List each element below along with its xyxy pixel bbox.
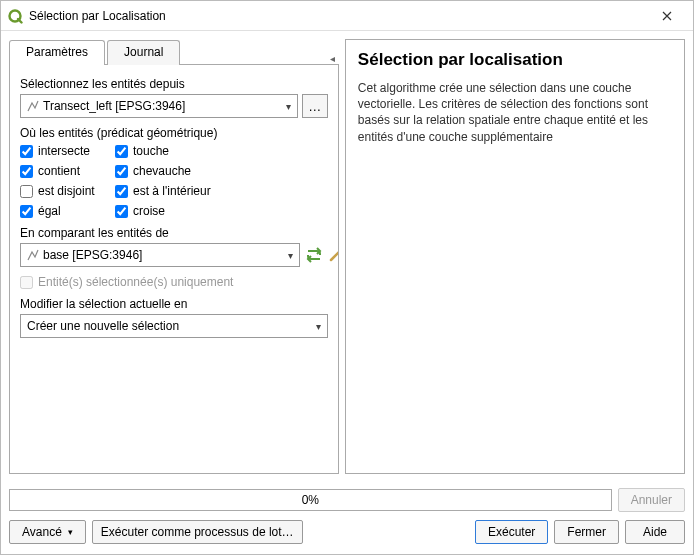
help-title: Sélection par localisation (358, 50, 672, 70)
advanced-button[interactable]: Avancé ▾ (9, 520, 86, 544)
cancel-button[interactable]: Annuler (618, 488, 685, 512)
modify-label: Modifier la sélection actuelle en (20, 297, 328, 311)
chevron-down-icon: ▾ (316, 321, 321, 332)
window-title: Sélection par Localisation (29, 9, 647, 23)
line-layer-icon (27, 249, 39, 261)
checkbox-disjoint[interactable]: est disjoint (20, 184, 115, 198)
help-button[interactable]: Aide (625, 520, 685, 544)
run-button[interactable]: Exécuter (475, 520, 548, 544)
titlebar: Sélection par Localisation (1, 1, 693, 31)
predicates-label: Où les entités (prédicat géométrique) (20, 126, 328, 140)
help-panel: Sélection par localisation Cet algorithm… (345, 39, 685, 474)
close-button[interactable]: Fermer (554, 520, 619, 544)
select-from-label: Sélectionnez les entités depuis (20, 77, 328, 91)
checkbox-touches[interactable]: touche (115, 144, 255, 158)
chevron-down-icon: ▾ (286, 101, 291, 112)
checkbox-intersects[interactable]: intersecte (20, 144, 115, 158)
chevron-down-icon: ▾ (68, 527, 73, 537)
select-from-value: Transect_left [EPSG:3946] (43, 99, 185, 113)
tab-parameters[interactable]: Paramètres (9, 40, 105, 65)
settings-button[interactable] (328, 243, 339, 267)
compare-label: En comparant les entités de (20, 226, 328, 240)
modify-value: Créer une nouvelle sélection (27, 319, 179, 333)
checkbox-equals[interactable]: égal (20, 204, 115, 218)
progress-text: 0% (302, 493, 319, 507)
window-close-button[interactable] (647, 2, 687, 30)
select-from-browse-button[interactable]: … (302, 94, 328, 118)
compare-combo[interactable]: base [EPSG:3946] ▾ (20, 243, 300, 267)
iterate-button[interactable] (304, 243, 324, 267)
checkbox-overlaps[interactable]: chevauche (115, 164, 255, 178)
checkbox-selected-only[interactable]: Entité(s) sélectionnée(s) uniquement (20, 275, 328, 289)
tab-bar: Paramètres Journal ◂ (9, 39, 339, 64)
batch-button[interactable]: Exécuter comme processus de lot… (92, 520, 303, 544)
help-body: Cet algorithme crée une sélection dans u… (358, 80, 672, 145)
select-from-combo[interactable]: Transect_left [EPSG:3946] ▾ (20, 94, 298, 118)
app-icon (7, 8, 23, 24)
checkbox-crosses[interactable]: croise (115, 204, 255, 218)
compare-value: base [EPSG:3946] (43, 248, 142, 262)
chevron-down-icon: ▾ (288, 250, 293, 261)
parameters-panel: Sélectionnez les entités depuis Transect… (9, 64, 339, 474)
modify-combo[interactable]: Créer une nouvelle sélection ▾ (20, 314, 328, 338)
line-layer-icon (27, 100, 39, 112)
progress-bar: 0% (9, 489, 612, 511)
checkbox-contains[interactable]: contient (20, 164, 115, 178)
panel-collapse-handle[interactable]: ◂ (330, 53, 339, 64)
svg-rect-1 (338, 247, 339, 253)
checkbox-within[interactable]: est à l'intérieur (115, 184, 255, 198)
tab-log[interactable]: Journal (107, 40, 180, 65)
